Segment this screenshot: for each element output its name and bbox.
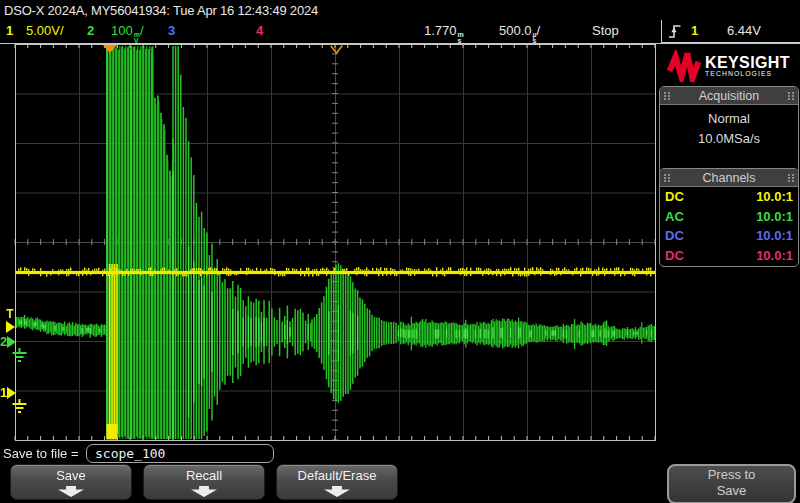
- menu-down-arrow-icon: [191, 486, 217, 497]
- trigger-time-icon: [103, 45, 117, 53]
- ch3-coupling: DC: [665, 226, 684, 246]
- ch2-marker-label: 2: [0, 336, 7, 348]
- menu-down-arrow-icon: [58, 486, 84, 497]
- delay-reference-icon: [330, 45, 343, 54]
- keysight-spark-icon: [667, 50, 701, 82]
- ch4-coupling: DC: [665, 246, 684, 266]
- ch2-scale[interactable]: 100mV/: [111, 23, 144, 44]
- trigger-level-label: T: [6, 309, 13, 320]
- channels-title: Channels: [703, 171, 756, 185]
- acquisition-mode: Normal: [660, 109, 798, 129]
- status-bar: 1 5.00V/ 2 100mV/ 3 4 1.770ms 500.0µs/ S…: [0, 20, 800, 43]
- ch3-number[interactable]: 3: [168, 23, 175, 38]
- softkey-recall[interactable]: Recall: [143, 464, 265, 500]
- device-title: DSO-X 2024A, MY56041934: Tue Apr 16 12:4…: [4, 3, 318, 18]
- channel-row-4[interactable]: DC 10.0:1: [660, 246, 798, 266]
- ch2-ground-icon: [11, 348, 28, 365]
- channel-row-2[interactable]: AC 10.0:1: [660, 207, 798, 227]
- press-to-save-line1: Press to: [669, 467, 794, 483]
- filename-input[interactable]: [86, 444, 274, 463]
- oscilloscope-screen: { "device": { "title": "DSO-X 2024A, MY5…: [0, 0, 800, 503]
- run-state[interactable]: Stop: [592, 23, 619, 38]
- ch4-number[interactable]: 4: [256, 23, 263, 38]
- softkey-recall-label: Recall: [144, 468, 264, 483]
- channel-row-1[interactable]: DC 10.0:1: [660, 187, 798, 207]
- trigger-source: 1: [691, 23, 698, 38]
- trigger-level-arrow-icon: [6, 321, 15, 333]
- channel-row-3[interactable]: DC 10.0:1: [660, 226, 798, 246]
- grip-dots-icon: [787, 91, 795, 101]
- channels-panel-header[interactable]: Channels: [660, 169, 798, 187]
- ch1-marker-arrow-icon: [7, 387, 16, 399]
- ch3-probe-ratio: 10.0:1: [756, 226, 793, 246]
- acquisition-sample-rate: 10.0MSa/s: [660, 129, 798, 149]
- menu-down-arrow-icon: [324, 486, 350, 497]
- grip-dots-icon: [663, 91, 671, 101]
- ch2-scale-value: 100: [111, 23, 133, 38]
- save-to-file-label: Save to file =: [3, 446, 79, 461]
- timebase-value: 500.0: [499, 23, 532, 38]
- ch1-marker-label: 1: [0, 387, 7, 399]
- waveform-display: [0, 44, 657, 441]
- acquisition-panel-header[interactable]: Acquisition: [660, 87, 798, 105]
- ch4-probe-ratio: 10.0:1: [756, 246, 793, 266]
- softkey-save[interactable]: Save: [10, 464, 132, 500]
- delay-value: 1.770: [424, 23, 457, 38]
- sidebar: KEYSIGHT TECHNOLOGIES Acquisition Normal…: [657, 44, 800, 503]
- ch1-ground-icon: [11, 399, 28, 416]
- ch1-ground-marker[interactable]: 1: [0, 387, 16, 399]
- ch1-scale[interactable]: 5.00V/: [26, 23, 64, 38]
- softkey-default-erase-label: Default/Erase: [277, 468, 397, 483]
- delay-reference-marker[interactable]: [330, 45, 343, 54]
- keysight-logo: KEYSIGHT TECHNOLOGIES: [657, 45, 800, 87]
- trigger-edge-icon: [668, 23, 682, 40]
- timebase-readout[interactable]: 500.0µs/: [499, 23, 540, 44]
- ch2-coupling: AC: [665, 207, 684, 227]
- ch2-number[interactable]: 2: [87, 23, 94, 38]
- trigger-level-marker[interactable]: T: [2, 309, 18, 333]
- trigger-level: 6.44V: [727, 23, 761, 38]
- brand-name: KEYSIGHT: [705, 55, 790, 70]
- softkey-save-label: Save: [11, 468, 131, 483]
- press-to-save-line2: Save: [669, 483, 794, 499]
- brand-subtitle: TECHNOLOGIES: [705, 70, 790, 78]
- ch1-coupling: DC: [665, 187, 684, 207]
- grip-dots-icon: [663, 173, 671, 183]
- delay-readout[interactable]: 1.770ms: [424, 23, 464, 44]
- ch2-ground-marker[interactable]: 2: [0, 336, 16, 348]
- channels-panel: Channels DC 10.0:1 AC 10.0:1 DC 10.0:1 D…: [659, 168, 799, 267]
- press-to-save-button[interactable]: Press to Save: [667, 464, 796, 503]
- ch2-scale-suffix: /: [140, 23, 144, 38]
- acquisition-title: Acquisition: [699, 89, 759, 103]
- ch1-probe-ratio: 10.0:1: [756, 187, 793, 207]
- trigger-time-marker[interactable]: [103, 45, 117, 53]
- ch2-probe-ratio: 10.0:1: [756, 207, 793, 227]
- ch2-marker-arrow-icon: [7, 336, 16, 348]
- softkey-default-erase[interactable]: Default/Erase: [276, 464, 398, 500]
- trigger-status-zone[interactable]: 1 6.44V: [661, 20, 800, 44]
- grip-dots-icon: [787, 173, 795, 183]
- timebase-suffix: /: [537, 23, 541, 38]
- ch1-number[interactable]: 1: [6, 23, 13, 38]
